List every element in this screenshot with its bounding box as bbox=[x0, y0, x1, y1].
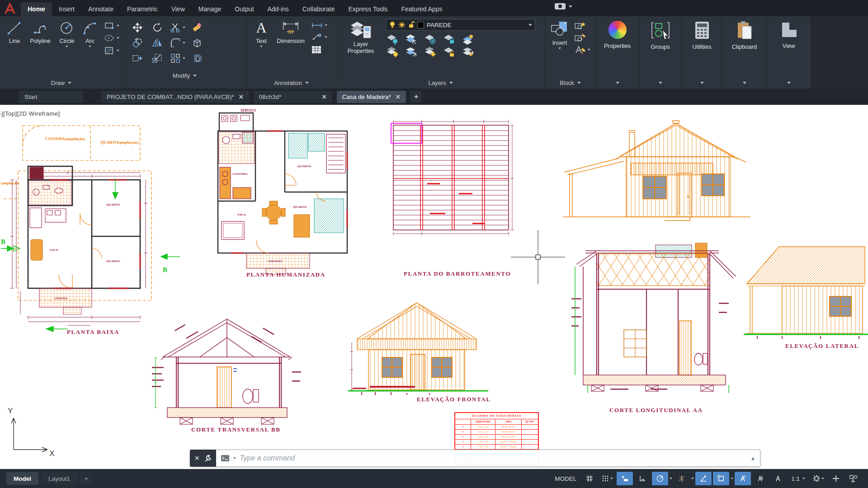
layer-isolate-tool[interactable] bbox=[405, 34, 419, 45]
chevron-down-icon[interactable] bbox=[610, 478, 613, 479]
layer-thaw-all-tool[interactable] bbox=[424, 47, 438, 57]
annotation-autoscale-toggle[interactable] bbox=[752, 472, 769, 485]
ribbon-tab-express-tools[interactable]: Express Tools bbox=[341, 2, 394, 16]
model-tab[interactable]: Model bbox=[6, 472, 38, 485]
file-tab-casa-de-madeira[interactable]: Casa de Madeira*✕ bbox=[337, 91, 406, 103]
command-history-toggle[interactable]: ▲ bbox=[750, 455, 755, 461]
copy-tool[interactable] bbox=[132, 37, 143, 49]
close-icon[interactable]: ✕ bbox=[322, 94, 327, 100]
model-space-badge[interactable]: MODEL bbox=[551, 472, 580, 485]
hatch-tool[interactable] bbox=[104, 46, 119, 55]
linear-dimension-tool[interactable] bbox=[311, 22, 327, 29]
ribbon-tab-insert[interactable]: Insert bbox=[52, 2, 81, 16]
elevacao-lateral-title[interactable]: ELEVAÇÃO LATERAL bbox=[785, 343, 859, 350]
layer-freeze-tool[interactable] bbox=[424, 34, 438, 45]
rectangle-tool[interactable] bbox=[104, 22, 119, 30]
edit-block-tool[interactable] bbox=[574, 33, 586, 42]
planta-humanizada-title[interactable]: PLANTA HUMANIZADA bbox=[246, 271, 326, 278]
corte-transversal-title[interactable]: CORTE TRANSVERSAL BB bbox=[191, 426, 280, 433]
corte-longitudinal-drawing[interactable] bbox=[570, 239, 737, 415]
wrench-icon[interactable] bbox=[204, 455, 212, 462]
block-attributes-tool[interactable] bbox=[574, 45, 586, 54]
customization-button[interactable] bbox=[810, 472, 826, 485]
close-icon[interactable]: ✕ bbox=[194, 455, 200, 462]
polar-tracking-toggle[interactable] bbox=[652, 472, 668, 485]
table-tool[interactable] bbox=[311, 45, 327, 54]
fillet-tool[interactable] bbox=[170, 37, 185, 49]
circle-tool[interactable]: Circle bbox=[54, 16, 80, 47]
panel-layers-label[interactable]: Layers bbox=[336, 77, 545, 89]
layout1-tab[interactable]: Layout1 bbox=[41, 472, 77, 485]
chevron-down-icon[interactable] bbox=[821, 478, 824, 479]
insert-block-tool[interactable]: Insert bbox=[548, 16, 571, 49]
isolate-objects-button[interactable] bbox=[828, 472, 844, 485]
isometric-drafting-toggle[interactable] bbox=[674, 472, 690, 485]
ribbon-tab-annotate[interactable]: Annotate bbox=[81, 2, 120, 16]
panel-view[interactable]: View bbox=[767, 16, 811, 89]
layer-properties-tool[interactable]: Layer Properties bbox=[341, 16, 381, 55]
ribbon-tab-view[interactable]: View bbox=[165, 2, 192, 16]
chevron-down-icon[interactable] bbox=[691, 478, 694, 479]
close-icon[interactable]: ✕ bbox=[396, 94, 401, 100]
move-tool[interactable] bbox=[132, 22, 143, 33]
layer-unlock-all-tool[interactable] bbox=[443, 47, 457, 57]
planta-baixa-drawing[interactable]: COZINHA(ampliação) QUARTO(ampliação) (am… bbox=[0, 113, 181, 339]
ribbon-tab-output[interactable]: Output bbox=[228, 2, 260, 16]
dimension-tool[interactable]: Dimension bbox=[272, 16, 309, 44]
barroteamento-drawing[interactable] bbox=[387, 120, 518, 269]
grid-display-toggle[interactable] bbox=[581, 472, 598, 485]
elevacao-lateral-drawing[interactable] bbox=[744, 239, 868, 347]
panel-groups[interactable]: Groups bbox=[639, 16, 682, 89]
layer-dropdown[interactable]: PAREDE bbox=[386, 19, 535, 31]
snap-mode-toggle[interactable] bbox=[599, 472, 615, 485]
annotation-visibility-toggle[interactable] bbox=[735, 472, 751, 485]
file-tab-projeto[interactable]: PROJETO DE COMBAT...NDIO (PARA AVCB)*✕ bbox=[101, 91, 249, 103]
text-tool[interactable]: A Text bbox=[250, 16, 272, 47]
ortho-mode-toggle[interactable] bbox=[634, 472, 651, 485]
ribbon-tab-addins[interactable]: Add-ins bbox=[260, 2, 295, 16]
new-drawing-button[interactable]: + bbox=[410, 91, 422, 103]
array-tool[interactable] bbox=[170, 52, 185, 64]
corte-transversal-drawing[interactable] bbox=[149, 313, 303, 430]
trim-tool[interactable] bbox=[170, 22, 185, 33]
panel-properties[interactable]: Properties bbox=[596, 16, 639, 89]
ribbon-tab-manage[interactable]: Manage bbox=[192, 2, 228, 16]
panel-clipboard[interactable]: Clipboard bbox=[722, 16, 767, 89]
panel-modify-label[interactable]: Modify bbox=[123, 70, 246, 81]
ribbon-tab-collaborate[interactable]: Collaborate bbox=[296, 2, 342, 16]
polyline-tool[interactable]: Polyline bbox=[26, 16, 54, 44]
offset-tool[interactable] bbox=[191, 52, 203, 64]
leader-tool[interactable] bbox=[311, 33, 327, 41]
layer-lock-tool[interactable] bbox=[443, 34, 457, 45]
panel-block-label[interactable]: Block bbox=[545, 77, 595, 89]
layer-unisolate-tool[interactable] bbox=[405, 47, 419, 57]
casa-perspectiva-drawing[interactable] bbox=[556, 115, 755, 228]
layer-off-tool[interactable] bbox=[386, 34, 400, 45]
chevron-down-icon[interactable] bbox=[670, 478, 672, 479]
planta-humanizada-drawing[interactable]: SERVIÇO COZINHA QUARTO SALA bbox=[212, 106, 353, 276]
annotation-scale-value[interactable]: 1:1 bbox=[788, 472, 809, 485]
file-tab-08ch3d[interactable]: 08ch3d*✕ bbox=[254, 91, 332, 103]
corte-longitudinal-title[interactable]: CORTE LONGITUDINAL AA bbox=[609, 407, 703, 414]
line-tool[interactable]: Line bbox=[3, 16, 26, 44]
dynamic-input-toggle[interactable] bbox=[617, 472, 633, 485]
panel-utilities[interactable]: Utilities bbox=[682, 16, 722, 89]
elevacao-frontal-title[interactable]: ELEVAÇÃO FRONTAL bbox=[417, 396, 491, 403]
object-snap-toggle[interactable] bbox=[713, 472, 729, 485]
arc-tool[interactable]: Arc bbox=[80, 16, 100, 47]
ribbon-tab-home[interactable]: Home bbox=[21, 2, 52, 16]
panel-draw-label[interactable]: Draw bbox=[0, 77, 123, 89]
autocad-logo-icon[interactable] bbox=[0, 1, 21, 16]
chevron-down-icon[interactable] bbox=[233, 457, 236, 459]
command-input[interactable]: Type a command ▲ bbox=[216, 450, 760, 467]
layer-match-tool[interactable] bbox=[462, 47, 476, 57]
explode-tool[interactable] bbox=[191, 37, 203, 49]
panel-annotation-label[interactable]: Annotation bbox=[247, 77, 336, 89]
create-block-tool[interactable] bbox=[574, 21, 586, 30]
new-layout-button[interactable]: + bbox=[80, 472, 93, 485]
graphics-performance-button[interactable] bbox=[845, 472, 862, 485]
stretch-tool[interactable] bbox=[132, 52, 143, 64]
layer-make-current-tool[interactable] bbox=[462, 34, 476, 45]
ellipse-tool[interactable] bbox=[104, 34, 119, 42]
elevacao-frontal-drawing[interactable] bbox=[348, 297, 488, 401]
